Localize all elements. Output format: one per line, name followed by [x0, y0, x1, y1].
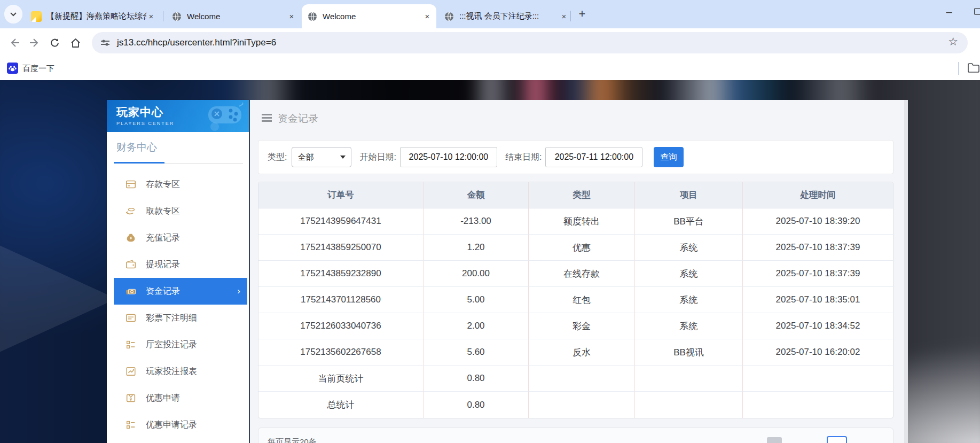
sidebar-item-label: 存款专区 — [146, 179, 180, 190]
close-icon[interactable]: × — [287, 12, 296, 21]
cell-time: 2025-07-10 18:34:52 — [743, 313, 893, 339]
col-project: 项目 — [635, 182, 743, 208]
cell-project: 系统 — [635, 313, 743, 339]
table-row: 17521438592500701.20优惠系统2025-07-10 18:37… — [258, 235, 893, 261]
site-info-icon[interactable] — [100, 37, 111, 48]
grid-list-icon — [125, 339, 137, 351]
back-button[interactable] — [6, 35, 22, 51]
table-row: 17521356022676585.60反水BB视讯2025-07-10 16:… — [258, 339, 893, 366]
main-panel: 资金记录 类型: 全部 开始日期: 结束日期: 查询 订单号 金额 类型 项目 … — [250, 100, 908, 443]
home-button[interactable] — [67, 35, 83, 51]
tab-title: Welcome — [323, 12, 422, 21]
pagination-bar: 每页显示20条 — [258, 428, 893, 443]
cell-type: 红包 — [529, 287, 635, 313]
tab-welcome-1[interactable]: Welcome × — [166, 4, 301, 28]
globe-icon — [171, 11, 182, 22]
cell-amount: 0.80 — [424, 366, 529, 392]
sidebar-item-label: 充值记录 — [146, 232, 180, 244]
close-icon[interactable]: × — [146, 12, 156, 21]
table-row-page-total: 当前页统计0.80 — [258, 366, 893, 392]
cell-time: 2025-07-10 18:35:01 — [743, 287, 893, 313]
sidebar-item-label: 优惠申请 — [146, 393, 180, 404]
tab-welcome-2-active[interactable]: Welcome × — [302, 4, 436, 28]
close-icon[interactable]: × — [422, 12, 432, 21]
section-divider — [107, 162, 249, 164]
reload-button[interactable] — [47, 35, 63, 51]
cell-amount: 2.00 — [424, 313, 529, 339]
bookmarks-folder-icon[interactable] — [968, 63, 979, 73]
cell-type: 额度转出 — [529, 208, 635, 235]
tab-title: :::视讯 会员下注纪录::: — [459, 11, 559, 21]
sidebar-item-withdrawal-records[interactable]: 提现记录 — [114, 251, 247, 278]
minimize-button[interactable]: – — [940, 3, 958, 21]
table-row: 1752143859232890200.00在线存款系统2025-07-10 1… — [258, 261, 893, 287]
type-select[interactable]: 全部 — [292, 147, 351, 167]
forward-button[interactable] — [27, 35, 43, 51]
cell-time: 2025-07-10 18:37:39 — [743, 235, 893, 261]
cell-type: 彩金 — [529, 313, 635, 339]
chevron-right-icon: › — [237, 286, 240, 297]
cell-time: 2025-07-10 18:37:39 — [743, 261, 893, 287]
bookmarks-divider — [958, 62, 959, 75]
cell-empty — [529, 366, 635, 392]
sidebar-item-withdraw[interactable]: 取款专区 — [114, 198, 247, 224]
promo-gift-icon: ¥ — [125, 392, 137, 404]
table-row: 17521260330407362.00彩金系统2025-07-10 18:34… — [258, 313, 893, 339]
search-button[interactable]: 查询 — [654, 147, 684, 167]
end-date-label: 结束日期: — [505, 152, 542, 163]
tab-betting-records[interactable]: :::视讯 会员下注纪录::: × — [438, 4, 573, 28]
col-amount: 金额 — [424, 182, 529, 208]
cell-amount: 5.00 — [424, 287, 529, 313]
cell-order-id: 1752143701128560 — [258, 287, 424, 313]
cell-amount: 5.60 — [424, 339, 529, 366]
bookmark-baidu[interactable]: 百度一下 — [22, 64, 54, 74]
cell-order-id: 1752126033040736 — [258, 313, 424, 339]
page-background: 玩家中心 PLAYERS CENTER 财务中心 存款专区 取款专区 ¥ — [0, 80, 980, 443]
sidebar-item-promo-apply[interactable]: ¥ 优惠申请 — [114, 385, 247, 411]
close-icon[interactable]: × — [559, 12, 569, 21]
baidu-favicon-icon — [7, 63, 18, 74]
address-bar[interactable]: js13.cc/hhcp/usercenter.html?iniType=6 ☆ — [92, 32, 968, 53]
browser-toolbar: js13.cc/hhcp/usercenter.html?iniType=6 ☆ — [0, 28, 980, 57]
forward-icon — [29, 37, 40, 48]
sidebar-item-player-bet-report[interactable]: 玩家投注报表 — [114, 358, 247, 385]
sidebar-item-label: 彩票下注明细 — [146, 313, 197, 324]
sidebar-item-funds-records[interactable]: 资金记录 › — [114, 278, 247, 305]
sidebar-item-deposit[interactable]: 存款专区 — [114, 171, 247, 198]
filter-bar: 类型: 全部 开始日期: 结束日期: 查询 — [258, 140, 893, 174]
bookmark-star-icon[interactable]: ☆ — [948, 35, 958, 48]
new-tab-button[interactable]: + — [575, 7, 590, 22]
panel-scrollbar[interactable] — [904, 100, 908, 443]
sidebar-menu: 存款专区 取款专区 ¥ 充值记录 提现记录 资金记录 › 彩票下注明细 — [107, 171, 249, 438]
cell-time: 2025-07-10 16:20:02 — [743, 339, 893, 366]
sidebar-banner: 玩家中心 PLAYERS CENTER — [107, 100, 249, 132]
sidebar-item-hall-bet-records[interactable]: 厅室投注记录 — [114, 331, 247, 358]
chart-icon — [125, 366, 137, 377]
sidebar-item-label: 玩家投注报表 — [146, 366, 197, 377]
sidebar-item-recharge-records[interactable]: ¥ 充值记录 — [114, 224, 247, 251]
col-order-id: 订单号 — [258, 182, 424, 208]
cell-order-id: 1752143859232890 — [258, 261, 424, 287]
start-date-input[interactable] — [400, 147, 497, 167]
home-icon — [70, 37, 81, 49]
maximize-button[interactable] — [974, 8, 980, 15]
cell-empty — [743, 366, 893, 392]
chevron-down-icon — [340, 156, 346, 159]
banknotes-icon — [125, 285, 137, 297]
sidebar-item-promo-apply-records[interactable]: 优惠申请记录 — [114, 411, 247, 438]
col-type: 类型 — [529, 182, 635, 208]
tab-forum[interactable]: 【新提醒】海燕策略论坛综合交 × — [26, 4, 160, 28]
forum-favicon-icon — [31, 11, 42, 22]
panel-header: 资金记录 — [262, 112, 318, 126]
withdraw-hand-icon — [125, 205, 137, 217]
sidebar-item-lottery-bet-detail[interactable]: 彩票下注明细 — [114, 305, 247, 331]
end-date-input[interactable] — [545, 147, 642, 167]
sidebar-item-label: 厅室投注记录 — [146, 339, 197, 351]
funds-table: 订单号 金额 类型 项目 处理时间 1752143959647431-213.0… — [258, 182, 893, 418]
tab-search-button[interactable] — [4, 5, 22, 24]
url-text[interactable]: js13.cc/hhcp/usercenter.html?iniType=6 — [117, 37, 968, 48]
pagination-prev-button[interactable] — [767, 437, 782, 443]
type-select-value: 全部 — [297, 152, 313, 162]
cell-type: 反水 — [529, 339, 635, 366]
pagination-page-button[interactable] — [827, 436, 847, 443]
